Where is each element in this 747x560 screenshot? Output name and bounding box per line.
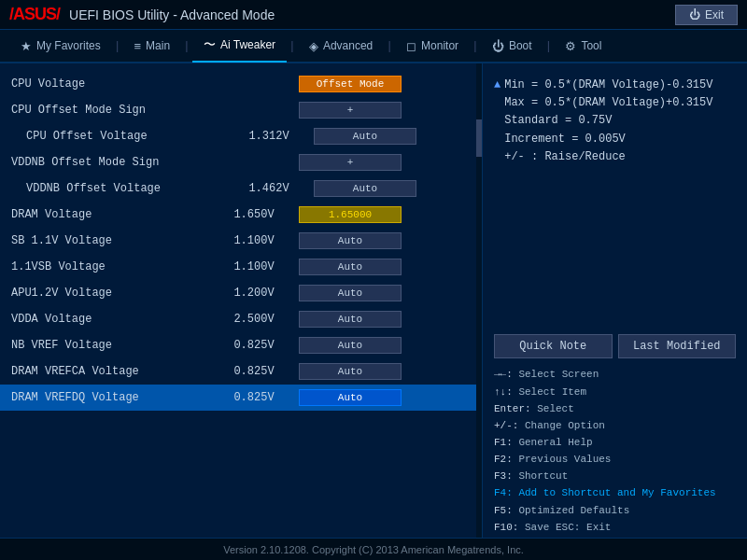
- setting-name-1: CPU Offset Mode Sign: [11, 104, 217, 117]
- quick-note-row: Quick Note Last Modified: [494, 334, 736, 358]
- setting-name-9: VDDA Voltage: [11, 313, 217, 326]
- control-btn-1[interactable]: +: [299, 102, 402, 119]
- shortcut-item-6: F3: Shortcut: [494, 468, 736, 484]
- nav-separator: |: [470, 39, 481, 53]
- control-btn-4[interactable]: Auto: [314, 180, 416, 197]
- setting-value-8: 1.200V: [217, 287, 291, 300]
- setting-row-10[interactable]: NB VREF Voltage 0.825V Auto: [0, 332, 476, 358]
- setting-name-5: DRAM Voltage: [11, 208, 217, 221]
- nav-icon-boot: ⏻: [492, 39, 504, 53]
- nav-label-tool: Tool: [581, 39, 601, 52]
- control-btn-0[interactable]: Offset Mode: [299, 76, 402, 92]
- main-content: CPU Voltage Offset Mode CPU Offset Mode …: [0, 63, 747, 560]
- shortcut-item-3: +/-: Change Option: [494, 417, 736, 434]
- setting-name-7: 1.1VSB Voltage: [11, 260, 217, 273]
- setting-row-7[interactable]: 1.1VSB Voltage 1.100V Auto: [0, 254, 476, 280]
- setting-control-10: Auto: [299, 337, 402, 354]
- setting-row-4[interactable]: VDDNB Offset Voltage 1.462V Auto: [0, 175, 476, 202]
- info-panel: ▲Min = 0.5*(DRAM Voltage)-0.315VMax = 0.…: [482, 63, 747, 560]
- setting-value-6: 1.100V: [217, 234, 291, 247]
- control-btn-12[interactable]: Auto: [299, 389, 402, 406]
- shortcut-key-1: ↑↓:: [494, 386, 513, 398]
- nav-item-tool[interactable]: ⚙Tool: [554, 29, 613, 63]
- setting-value-12: 0.825V: [217, 391, 291, 404]
- shortcut-key-6: F3:: [494, 470, 513, 482]
- shortcut-key-5: F2:: [494, 454, 513, 465]
- control-btn-8[interactable]: Auto: [299, 285, 402, 301]
- setting-row-11[interactable]: DRAM VREFCA Voltage 0.825V Auto: [0, 358, 476, 385]
- setting-control-0: Offset Mode: [299, 76, 402, 92]
- last-modified-button[interactable]: Last Modified: [618, 334, 737, 358]
- exit-button[interactable]: ⏻ Exit: [675, 5, 738, 25]
- nav-label-my-favorites: My Favorites: [36, 39, 101, 52]
- setting-name-0: CPU Voltage: [11, 77, 217, 91]
- nav-item-monitor[interactable]: ◻Monitor: [395, 29, 470, 63]
- setting-value-9: 2.500V: [217, 313, 291, 326]
- shortcut-key-2: Enter:: [494, 403, 531, 414]
- shortcut-item-1: ↑↓: Select Item: [494, 384, 736, 400]
- shortcut-item-0: →←: Select Screen: [494, 366, 736, 383]
- setting-name-11: DRAM VREFCA Voltage: [11, 365, 217, 378]
- shortcut-desc-6: Shortcut: [518, 470, 568, 482]
- shortcut-item-5: F2: Previous Values: [494, 451, 736, 468]
- control-btn-7[interactable]: Auto: [299, 259, 402, 275]
- nav-item-advanced[interactable]: ◈Advanced: [298, 29, 384, 63]
- setting-name-12: DRAM VREFDQ Voltage: [11, 391, 217, 404]
- setting-control-9: Auto: [299, 311, 402, 328]
- shortcut-desc-9: Save ESC: Exit: [525, 522, 611, 533]
- setting-row-1[interactable]: CPU Offset Mode Sign +: [0, 97, 476, 123]
- nav-item-boot[interactable]: ⏻Boot: [481, 29, 543, 63]
- setting-name-6: SB 1.1V Voltage: [11, 234, 217, 247]
- nav-item-my-favorites[interactable]: ★My Favorites: [9, 29, 112, 63]
- nav-icon-monitor: ◻: [406, 39, 416, 53]
- setting-row-9[interactable]: VDDA Voltage 2.500V Auto: [0, 306, 476, 332]
- setting-control-2: Auto: [314, 128, 416, 145]
- setting-value-2: 1.312V: [232, 130, 306, 143]
- setting-row-0[interactable]: CPU Voltage Offset Mode: [0, 71, 476, 97]
- setting-value-11: 0.825V: [217, 365, 291, 378]
- control-btn-6[interactable]: Auto: [299, 232, 402, 249]
- setting-control-5: 1.65000: [299, 206, 402, 223]
- setting-row-6[interactable]: SB 1.1V Voltage 1.100V Auto: [0, 228, 476, 254]
- info-bullet-icon: ▲: [494, 77, 500, 94]
- setting-name-10: NB VREF Voltage: [11, 339, 217, 352]
- nav-icon-my-favorites: ★: [21, 39, 32, 53]
- shortcut-desc-2: Select: [537, 403, 574, 414]
- nav-item-ai-tweaker[interactable]: 〜Ai Tweaker: [192, 29, 287, 63]
- setting-row-3[interactable]: VDDNB Offset Mode Sign +: [0, 149, 476, 175]
- shortcut-item-8: F5: Optimized Defaults: [494, 502, 736, 519]
- navbar: ★My Favorites|≡Main|〜Ai Tweaker|◈Advance…: [0, 30, 747, 63]
- setting-control-1: +: [299, 102, 402, 119]
- setting-control-7: Auto: [299, 259, 402, 275]
- control-btn-11[interactable]: Auto: [299, 363, 402, 380]
- control-btn-9[interactable]: Auto: [299, 311, 402, 328]
- setting-row-5[interactable]: DRAM Voltage 1.650V 1.65000: [0, 202, 476, 228]
- shortcut-item-2: Enter: Select: [494, 400, 736, 417]
- setting-row-12[interactable]: DRAM VREFDQ Voltage 0.825V Auto: [0, 385, 476, 411]
- nav-icon-tool: ⚙: [565, 39, 576, 53]
- setting-row-8[interactable]: APU1.2V Voltage 1.200V Auto: [0, 280, 476, 306]
- nav-separator: |: [181, 39, 192, 53]
- nav-icon-main: ≡: [134, 39, 142, 53]
- setting-name-2: CPU Offset Voltage: [26, 130, 232, 143]
- nav-label-main: Main: [146, 39, 170, 52]
- setting-row-2[interactable]: CPU Offset Voltage 1.312V Auto: [0, 123, 476, 149]
- control-btn-5[interactable]: 1.65000: [299, 206, 402, 223]
- settings-panel: CPU Voltage Offset Mode CPU Offset Mode …: [0, 63, 476, 560]
- nav-item-main[interactable]: ≡Main: [123, 29, 182, 63]
- info-line: Increment = 0.005V: [504, 131, 712, 148]
- footer: Version 2.10.1208. Copyright (C) 2013 Am…: [0, 538, 747, 560]
- control-btn-10[interactable]: Auto: [299, 337, 402, 354]
- shortcut-key-7: F4: Add to Shortcut and My Favorites: [494, 487, 716, 498]
- shortcut-desc-1: Select Item: [518, 386, 586, 398]
- setting-control-4: Auto: [314, 180, 416, 197]
- asus-logo: /ASUS/: [9, 5, 60, 24]
- control-btn-2[interactable]: Auto: [314, 128, 416, 145]
- info-line: Min = 0.5*(DRAM Voltage)-0.315V: [504, 77, 712, 94]
- control-btn-3[interactable]: +: [299, 154, 402, 171]
- quick-note-button[interactable]: Quick Note: [494, 334, 613, 358]
- setting-control-12: Auto: [299, 389, 402, 406]
- setting-value-4: 1.462V: [232, 182, 306, 195]
- nav-label-boot: Boot: [509, 39, 532, 52]
- shortcut-help: →←: Select Screen↑↓: Select ItemEnter: S…: [494, 366, 736, 553]
